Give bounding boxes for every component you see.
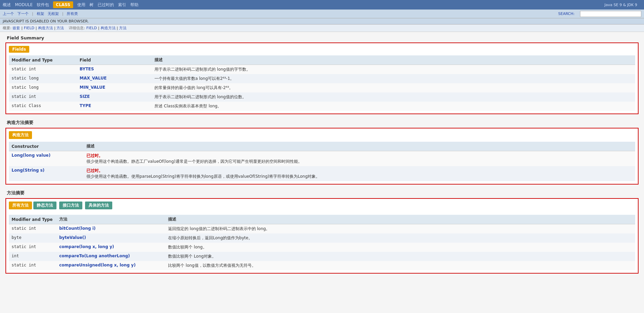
field-modifier: static int [9,92,77,102]
table-row: static Class TYPE 所述 Class实例表示基本类型 long。 [9,102,635,111]
tab-static-methods[interactable]: 静态方法 [33,202,56,209]
constructor-tab[interactable]: 构造方法 [9,131,32,139]
methods-table: Modifier and Type 方法 描述 static int bitCo… [9,215,635,270]
method-desc: 数值比较两个 Long对象。 [165,252,635,261]
table-row: int compareTo(Long anotherLong) 数值比较两个 L… [9,252,635,261]
table-row: static int compareUnsigned(long x, long … [9,261,635,270]
breadcrumb: 概要: 嵌套 | FIELD | 构造方法 | 方法 详细信息: FIELD |… [0,24,644,32]
tab-concrete-methods[interactable]: 具体的方法 [85,202,112,209]
method-name[interactable]: compareTo(Long anotherLong) [56,252,165,261]
field-desc: 用于表示二进制补码二进制形式的 long值的字节数。 [152,65,635,74]
method-desc: 数值比较两个 long。 [165,243,635,252]
constructor-name[interactable]: Long(String s) [9,166,84,181]
table-row: Long(long value) 已过时。 很少使用这个构造函数。静态工厂val… [9,151,635,167]
method-tabs-container: 所有方法 静态方法 接口方法 具体的方法 [9,202,635,212]
constructor-name[interactable]: Long(long value) [9,151,84,167]
field-modifier: static Class [9,102,77,111]
method-modifier: int [9,252,56,261]
method-summary-section: 所有方法 静态方法 接口方法 具体的方法 Modifier and Type 方… [5,198,639,274]
prev-link[interactable]: 上一个 [3,11,14,16]
constructor-summary-section: 构造方法 Constructor 描述 Long(long value) 已过时… [5,128,639,185]
breadcrumb-detail-constructor[interactable]: 构造方法 [101,26,116,30]
table-row: static int SIZE 用于表示二进制补码二进制形式的 long值的位数… [9,92,635,102]
method-modifier: static int [9,261,56,270]
method-desc: 返回指定的 long值的二进制补码二进制表示中的 long。 [165,224,635,234]
breadcrumb-field[interactable]: FIELD [24,26,34,30]
nav-index[interactable]: 索引 [118,2,126,8]
constructor-table: Constructor 描述 Long(long value) 已过时。 很少使… [9,142,635,181]
fields-tab[interactable]: Fields [9,46,29,53]
breadcrumb-detail-method[interactable]: 方法 [119,26,127,30]
field-desc: 用于表示二进制补码二进制形式的 long值的位数。 [152,92,635,102]
method-name[interactable]: bitCount(long i) [56,224,165,234]
table-row: static long MIN_VALUE 的常量保持的最小值的 long可以具… [9,83,635,92]
breadcrumb-constructor[interactable]: 构造方法 [38,26,53,30]
java-version: Java SE 9 & JDK 9 [605,3,637,7]
method-name[interactable]: compare(long x, long y) [56,243,165,252]
nav-tree[interactable]: 树 [89,2,94,8]
col-field-header: Field [77,55,152,65]
tab-interface-methods[interactable]: 接口方法 [59,202,82,209]
summary-label: 概要: [3,26,12,30]
field-name[interactable]: MAX_VALUE [77,74,152,83]
col-modifier-header: Modifier and Type [9,55,77,65]
field-name[interactable]: SIZE [77,92,152,102]
constructor-summary-title: 构造方法摘要 [5,120,639,126]
col-cdesc-header: 描述 [84,142,635,151]
col-method-header: 方法 [56,215,165,224]
detail-label: 详细信息: [69,26,85,30]
nav-class[interactable]: CLASS [53,1,73,8]
method-summary-title: 方法摘要 [5,190,639,196]
field-name[interactable]: MIN_VALUE [77,83,152,92]
field-name[interactable]: TYPE [77,102,152,111]
top-nav: 概述 MODULE 软件包 CLASS 使用 树 已过时的 索引 帮助 Java… [0,0,644,10]
method-name[interactable]: compareUnsigned(long x, long y) [56,261,165,270]
field-desc: 所述 Class实例表示基本类型 long。 [152,102,635,111]
noframes-link[interactable]: 无框架 [48,11,59,16]
search-label: SEARCH: [558,12,575,16]
constructor-desc: 已过时。 很少使用这个构造函数。静态工厂valueOf(long)通常是一个更好… [84,151,635,167]
search-area: SEARCH: [558,11,641,17]
nav-use[interactable]: 使用 [77,2,85,8]
method-modifier: static int [9,224,56,234]
breadcrumb-method[interactable]: 方法 [56,26,64,30]
method-name[interactable]: byteValue() [56,233,165,243]
col-mdesc-header: 描述 [165,215,635,224]
col-desc-header: 描述 [152,55,635,65]
fields-table: Modifier and Type Field 描述 static int BY… [9,55,635,111]
js-warning: JAVASCRIPT IS DISABLED ON YOUR BROWSER. [0,18,644,24]
field-summary-section: Fields Modifier and Type Field 描述 static… [5,42,639,114]
breadcrumb-detail-field[interactable]: FIELD [86,26,97,30]
field-summary-title: Field Summary [5,35,639,40]
allclasses-link[interactable]: 所有类 [67,11,78,16]
second-nav: 上一个 下一个 | 框架 无框架 | 所有类 SEARCH: [0,10,644,18]
method-modifier: byte [9,233,56,243]
method-desc: 在缩小原始转换后，返回Long的值作为byte。 [165,233,635,243]
col-constructor-header: Constructor [9,142,84,151]
nav-help[interactable]: 帮助 [130,2,138,8]
next-link[interactable]: 下一个 [17,11,29,16]
nav-overview[interactable]: 概述 [3,2,11,8]
field-modifier: static int [9,65,77,74]
main-content: Field Summary Fields Modifier and Type F… [0,32,644,282]
table-row: static int compare(long x, long y) 数值比较两… [9,243,635,252]
field-desc: 一个持有最大值的常数a long可以有2⁶³-1。 [152,74,635,83]
method-modifier: static int [9,243,56,252]
field-desc: 的常量保持的最小值的 long可以具有-2⁶³。 [152,83,635,92]
table-row: static int BYTES 用于表示二进制补码二进制形式的 long值的字… [9,65,635,74]
tab-all-methods[interactable]: 所有方法 [9,202,32,209]
col-mmodifier-header: Modifier and Type [9,215,56,224]
nav-deprecated[interactable]: 已过时的 [98,2,114,8]
table-row: static int bitCount(long i) 返回指定的 long值的… [9,224,635,234]
method-desc: 比较两个 long值，以数值方式将值视为无符号。 [165,261,635,270]
field-modifier: static long [9,74,77,83]
frames-link[interactable]: 框架 [37,11,44,16]
field-name[interactable]: BYTES [77,65,152,74]
search-input[interactable] [580,11,641,17]
field-modifier: static long [9,83,77,92]
table-row: static long MAX_VALUE 一个持有最大值的常数a long可以… [9,74,635,83]
table-row: byte byteValue() 在缩小原始转换后，返回Long的值作为byte… [9,233,635,243]
breadcrumb-nested[interactable]: 嵌套 [13,26,20,30]
nav-package[interactable]: 软件包 [37,2,49,8]
nav-module[interactable]: MODULE [15,2,33,7]
